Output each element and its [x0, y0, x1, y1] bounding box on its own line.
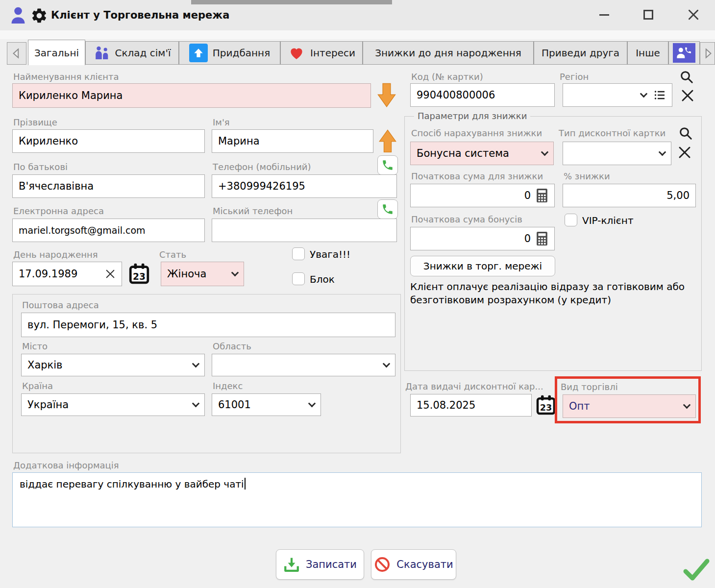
- birth-date-calendar-button[interactable]: 23: [128, 263, 150, 287]
- network-discounts-button[interactable]: Знижки в торг. мережі: [410, 256, 555, 276]
- discount-percent-label: % знижки: [564, 171, 610, 181]
- card-code-input[interactable]: 990400800006: [410, 83, 555, 107]
- tabs-scroll-left-button[interactable]: [7, 42, 26, 65]
- birth-date-input[interactable]: 17.09.1989: [12, 262, 122, 286]
- initial-bonus-sum-input[interactable]: 0: [410, 227, 555, 250]
- postal-address-value: вул. Перемоги, 15, кв. 5: [27, 319, 157, 331]
- search-icon[interactable]: [679, 70, 694, 84]
- tab-interests[interactable]: Інтереси: [280, 41, 363, 65]
- tab-label: Склад сім'ї: [115, 47, 171, 59]
- chevron-down-icon: [541, 148, 549, 156]
- city-phone-label: Міський телефон: [213, 206, 293, 216]
- block-checkbox[interactable]: [292, 272, 305, 285]
- cancel-button[interactable]: Скасувати: [371, 549, 456, 580]
- arrow-up-orange-icon[interactable]: [378, 127, 397, 154]
- gear-icon: [30, 7, 48, 24]
- tab-other[interactable]: Інше: [627, 41, 668, 65]
- postal-address-input[interactable]: вул. Перемоги, 15, кв. 5: [21, 313, 395, 337]
- phone-icon: [381, 159, 394, 172]
- card-type-label: Тип дисконтної картки: [559, 128, 666, 138]
- email-input[interactable]: mariel.torgsoft@gmail.com: [12, 219, 205, 242]
- tabs-scroll-right-button[interactable]: [700, 42, 715, 65]
- save-button-label: Записати: [306, 559, 357, 570]
- nav-left-icon: [10, 47, 23, 60]
- gender-select[interactable]: Жіноча: [161, 262, 244, 286]
- calculator-icon[interactable]: [536, 231, 548, 246]
- tab-birthday-discounts[interactable]: Знижки до дня народження: [363, 41, 534, 65]
- card-issue-date-value: 15.08.2025: [417, 399, 475, 411]
- card-issue-date-label: Дата видачі дисконтної кар...: [405, 381, 543, 392]
- mobile-phone-label: Телефон (мобільний): [213, 162, 311, 172]
- call-city-button[interactable]: [377, 199, 398, 219]
- initial-bonus-sum-label: Початкова сума бонусів: [411, 214, 522, 224]
- calculator-icon[interactable]: [536, 188, 548, 203]
- chevron-down-icon: [192, 360, 200, 368]
- maximize-icon: [643, 10, 653, 20]
- clear-x-icon[interactable]: [105, 269, 116, 279]
- network-discounts-button-label: Знижки в торг. мережі: [423, 260, 542, 272]
- arrow-down-orange-icon[interactable]: [376, 82, 397, 109]
- attention-checkbox[interactable]: [292, 247, 305, 260]
- attention-checkbox-label: Увага!!!: [310, 248, 350, 260]
- city-phone-input[interactable]: [212, 219, 397, 242]
- discount-method-select[interactable]: Бонусна система: [410, 142, 554, 165]
- patronymic-label: По батькові: [13, 162, 68, 172]
- card-issue-date-calendar-button[interactable]: 23: [536, 394, 556, 418]
- calendar-icon: 23: [128, 263, 150, 285]
- search-icon[interactable]: [678, 126, 693, 141]
- calendar-icon: 23: [536, 394, 556, 416]
- tab-bring-a-friend[interactable]: Приведи друга: [534, 41, 627, 65]
- additional-info-textarea[interactable]: віддає перевагу спілкуванню у вайбер чат…: [12, 472, 702, 527]
- oblast-label: Область: [213, 341, 251, 351]
- chevron-down-icon: [383, 360, 391, 368]
- list-icon[interactable]: [653, 89, 666, 101]
- confirm-check-icon[interactable]: [682, 556, 711, 583]
- payment-note: Клієнт оплачує реалізацію відразу за гот…: [410, 280, 687, 307]
- discount-method-label: Спосіб нарахування знижки: [411, 128, 542, 138]
- maximize-button[interactable]: [637, 5, 660, 24]
- card-type-select[interactable]: [563, 142, 671, 165]
- tab-general[interactable]: Загальні: [28, 40, 85, 65]
- postcode-select[interactable]: 61001: [212, 393, 321, 416]
- region-select[interactable]: [563, 83, 672, 107]
- card-code-label: Код (№ картки): [411, 72, 483, 82]
- close-button[interactable]: [682, 5, 705, 24]
- oblast-select[interactable]: [212, 354, 395, 376]
- country-value: Україна: [27, 399, 69, 411]
- postcode-value: 61001: [218, 399, 251, 411]
- city-select[interactable]: Харків: [21, 354, 205, 376]
- card-issue-date-input[interactable]: 15.08.2025: [410, 394, 532, 416]
- block-checkbox-label: Блок: [310, 273, 335, 285]
- tab-family[interactable]: Склад сім'ї: [85, 41, 179, 65]
- first-name-input[interactable]: Марина: [212, 129, 373, 153]
- call-mobile-button[interactable]: [377, 155, 398, 175]
- text-caret: [245, 478, 246, 490]
- nav-right-icon: [701, 47, 714, 60]
- tab-purchases[interactable]: Придбання: [179, 41, 280, 65]
- client-name-input[interactable]: Кириленко Марина: [12, 83, 371, 108]
- minimize-button[interactable]: [593, 5, 616, 24]
- clear-region-icon[interactable]: [680, 88, 695, 103]
- discount-percent-input[interactable]: 5,00: [563, 184, 696, 207]
- contact-phone-icon: [673, 43, 695, 63]
- save-button[interactable]: Записати: [276, 549, 364, 580]
- surname-input[interactable]: Кириленко: [12, 129, 205, 153]
- gender-label: Стать: [159, 249, 186, 260]
- heart-icon: [288, 45, 305, 61]
- vip-checkbox[interactable]: [565, 214, 577, 226]
- tab-contacts[interactable]: [668, 41, 700, 65]
- mobile-phone-input[interactable]: +380999426195: [212, 174, 397, 198]
- postcode-label: Індекс: [213, 381, 243, 391]
- client-window: Клієнт у Торговельна мережа Загальні Скл…: [0, 0, 715, 588]
- trade-type-select[interactable]: Опт: [563, 394, 696, 418]
- discount-params-group-title: Параметри для знижки: [414, 111, 530, 121]
- clear-card-type-icon[interactable]: [677, 145, 692, 160]
- tab-label: Інтереси: [310, 47, 355, 59]
- tab-label: Загальні: [34, 47, 79, 59]
- arrow-up-blue-icon: [189, 44, 208, 62]
- trade-type-value: Опт: [569, 400, 590, 412]
- patronymic-input[interactable]: В'ячеславівна: [12, 174, 205, 198]
- initial-discount-sum-input[interactable]: 0: [410, 184, 555, 207]
- country-select[interactable]: Україна: [21, 393, 205, 416]
- tab-label: Приведи друга: [542, 47, 619, 59]
